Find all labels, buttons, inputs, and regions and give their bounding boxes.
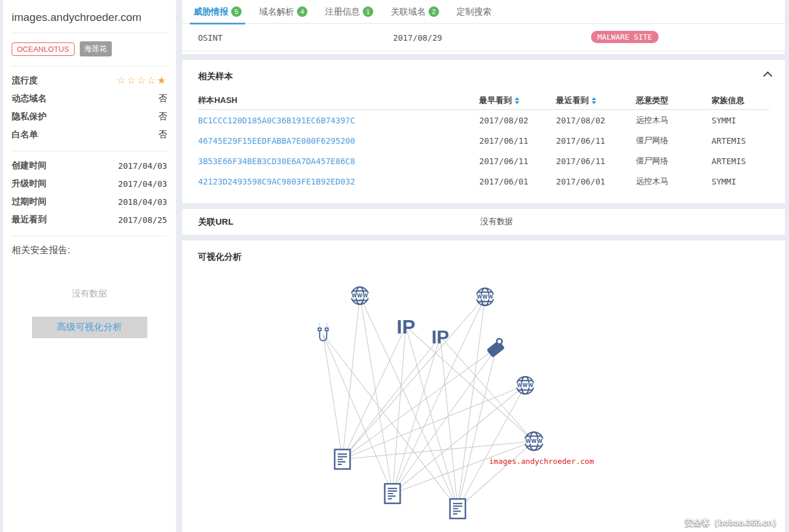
graph-node-magnet-magnet-icon[interactable] — [318, 324, 328, 341]
attribute-label: 白名单 — [12, 129, 38, 140]
graph-node-ip[interactable]: IP — [397, 315, 415, 338]
related-samples-card: 相关样本 样本HASH最早看到最近看到恶意类型家族信息 BC1CCC120D18… — [182, 60, 785, 203]
samples-title: 相关样本 — [198, 60, 769, 82]
table-row: 46745E29F15EEDFABBA7E080F62952002017/06/… — [198, 130, 769, 151]
last-seen-value: 2017/06/11 — [556, 136, 636, 146]
reports-block: 相关安全报告: 没有数据 高级可视化分析 — [12, 236, 167, 338]
malware-site-badge: MALWARE SITE — [591, 31, 659, 43]
tab-threat-intel[interactable]: 威胁情报5 — [192, 0, 243, 24]
sample-hash-link[interactable]: 42123D2493598C9AC9803FE1B92ED032 — [198, 177, 479, 186]
popularity-label: 流行度 — [12, 75, 38, 86]
family-value: SYMMI — [712, 116, 769, 125]
graph-node-ip[interactable]: IP — [431, 327, 449, 347]
sort-icon[interactable] — [515, 97, 519, 104]
first-seen-value: 2017/06/11 — [479, 157, 556, 166]
chevron-up-icon — [763, 72, 772, 81]
tab-label: 关联域名 — [391, 6, 426, 17]
graph-edge — [360, 296, 392, 494]
graph-domain-label: images.andychroeder.com — [489, 457, 594, 466]
graph-nodes: IPIPimages.andychroeder.com — [318, 287, 594, 519]
graph-node-globe2-globe-icon[interactable] — [475, 288, 494, 306]
attribute-value: 2017/04/03 — [118, 161, 167, 171]
graph-edge — [392, 336, 440, 494]
viz-title: 可视化分析 — [198, 251, 242, 263]
advanced-viz-button[interactable]: 高级可视化分析 — [32, 317, 147, 338]
graph-edge — [392, 385, 525, 494]
family-value: SYMMI — [712, 177, 769, 186]
star-filled-icon: ★ — [157, 75, 167, 86]
sample-hash-link[interactable]: 3B53E66F34BEB3CD30E6A7DA457E86C8 — [198, 157, 479, 166]
attribute-value: 否 — [158, 129, 167, 140]
graph-edge — [458, 385, 525, 509]
sample-hash-link[interactable]: BC1CCC120D185A0C36B191EC6B74397C — [198, 116, 479, 125]
star-outline-icon: ☆ — [137, 75, 147, 86]
first-seen-value: 2017/06/01 — [479, 177, 556, 186]
graph-node-doc3-doc-icon[interactable] — [450, 499, 465, 519]
reports-empty-text: 没有数据 — [12, 288, 167, 299]
tab-label: 域名解析 — [259, 6, 294, 17]
attribute-value: 2017/04/03 — [118, 179, 167, 189]
attribute-row: 白名单否 — [12, 126, 167, 144]
graph-edge — [406, 327, 458, 509]
visualization-card: 可视化分析 WWW — [182, 240, 785, 532]
graph-edge — [392, 327, 406, 494]
attribute-value: 2017/08/25 — [118, 215, 167, 225]
sort-icon[interactable] — [592, 97, 596, 104]
attribute-row: 创建时间2017/04/03 — [12, 157, 167, 175]
tab-dns[interactable]: 域名解析4 — [258, 0, 309, 24]
column-header: 最早看到 — [479, 95, 556, 106]
attribute-row: 最近看到2017/08/25 — [12, 211, 167, 229]
intel-row: OSINT 2017/08/29 MALWARE SITE — [182, 24, 785, 51]
graph-node-tag-tag-icon[interactable] — [486, 338, 507, 358]
graph-node-doc2-doc-icon[interactable] — [385, 484, 400, 503]
tab-count-badge: 2 — [429, 6, 439, 17]
graph-edge — [392, 348, 496, 494]
attribute-value: 否 — [158, 111, 167, 122]
malware-type-value: 远控木马 — [636, 115, 712, 126]
intel-date: 2017/08/29 — [393, 33, 442, 42]
graph-edge — [458, 441, 534, 509]
related-url-card: 关联URL 没有数据 — [182, 209, 785, 235]
graph-edge — [323, 335, 342, 459]
attribute-value: 2018/04/03 — [118, 197, 167, 207]
star-outline-icon: ☆ — [127, 75, 137, 86]
attribute-row: 升级时间2017/04/03 — [12, 175, 167, 193]
star-outline-icon: ☆ — [147, 75, 157, 86]
graph-node-doc1-doc-icon[interactable] — [335, 449, 350, 469]
tab-count-badge: 1 — [363, 6, 373, 17]
column-header-label: 最近看到 — [556, 95, 589, 106]
popularity-row: 流行度 ☆☆☆☆★ — [12, 72, 167, 90]
viz-graph: WWW — [182, 240, 785, 532]
column-header-label: 恶意类型 — [636, 95, 668, 106]
tab-whois[interactable]: 注册信息1 — [324, 0, 374, 24]
main-content: 威胁情报5域名解析4注册信息1关联域名2定制搜索 OSINT 2017/08/2… — [182, 0, 785, 532]
date-list: 创建时间2017/04/03升级时间2017/04/03过期时间2018/04/… — [12, 157, 167, 229]
family-value: ARTEMIS — [712, 136, 769, 146]
column-header-label: 样本HASH — [198, 95, 238, 106]
attribute-label: 升级时间 — [12, 178, 47, 189]
graph-edge — [458, 297, 485, 509]
malware-type-value: 僵尸网络 — [636, 136, 712, 146]
watermark: 安全客（bobao.360.cn） — [685, 517, 781, 529]
tab-related-domains[interactable]: 关联域名2 — [390, 0, 440, 24]
related-url-title: 关联URL — [198, 217, 233, 228]
domain-sidebar: images.andychroeder.com OCEANLOTUS海莲花 流行… — [3, 0, 176, 532]
tab-count-badge: 4 — [297, 6, 307, 17]
column-header: 家族信息 — [712, 95, 769, 106]
graph-node-globe1-globe-icon[interactable] — [350, 287, 369, 304]
attr-list: 动态域名否隐私保护否白名单否 — [12, 90, 167, 144]
star-outline-icon: ☆ — [117, 75, 127, 86]
family-value: ARTEMIS — [712, 157, 769, 166]
attribute-label: 创建时间 — [12, 160, 47, 171]
reports-title: 相关安全报告: — [12, 244, 167, 257]
graph-node-globe4-globe-icon[interactable] — [523, 432, 544, 450]
popularity-stars: ☆☆☆☆★ — [117, 75, 167, 87]
column-header-label: 家族信息 — [712, 95, 744, 106]
tab-custom-search[interactable]: 定制搜索 — [455, 0, 493, 24]
attribute-label: 动态域名 — [12, 93, 47, 104]
page-title: images.andychroeder.com — [12, 0, 167, 33]
attribute-label: 隐私保护 — [12, 111, 47, 122]
graph-node-globe3-globe-icon[interactable] — [515, 377, 535, 394]
collapse-button[interactable] — [762, 69, 773, 81]
sample-hash-link[interactable]: 46745E29F15EEDFABBA7E080F6295200 — [198, 136, 479, 146]
